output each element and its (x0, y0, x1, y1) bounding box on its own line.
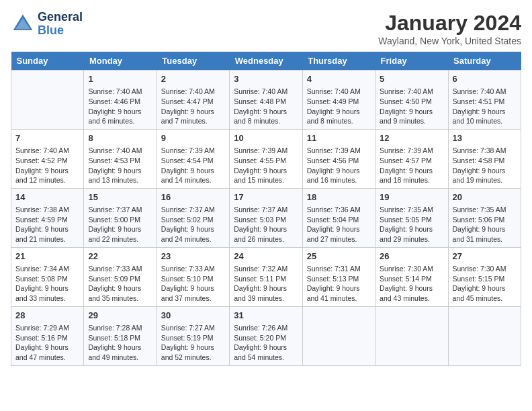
calendar-cell: 12Sunrise: 7:39 AMSunset: 4:57 PMDayligh… (375, 129, 448, 188)
date-number: 30 (161, 310, 225, 322)
calendar-cell: 17Sunrise: 7:37 AMSunset: 5:03 PMDayligh… (230, 188, 302, 247)
date-number: 15 (88, 191, 152, 203)
date-number: 24 (234, 250, 298, 263)
cell-info: Sunrise: 7:39 AMSunset: 4:57 PMDaylight:… (380, 146, 443, 185)
cell-info: Sunrise: 7:30 AMSunset: 5:15 PMDaylight:… (453, 264, 517, 304)
calendar-table: SundayMondayTuesdayWednesdayThursdayFrid… (11, 52, 521, 366)
date-number: 9 (161, 132, 225, 144)
day-header-sunday: Sunday (11, 52, 84, 71)
cell-info: Sunrise: 7:37 AMSunset: 5:02 PMDaylight:… (161, 205, 225, 244)
header-row: SundayMondayTuesdayWednesdayThursdayFrid… (11, 52, 521, 71)
calendar-cell: 15Sunrise: 7:37 AMSunset: 5:00 PMDayligh… (84, 188, 157, 247)
calendar-cell: 4Sunrise: 7:40 AMSunset: 4:49 PMDaylight… (302, 71, 375, 130)
calendar-cell: 29Sunrise: 7:28 AMSunset: 5:18 PMDayligh… (84, 306, 157, 365)
day-header-monday: Monday (84, 52, 157, 71)
calendar-cell: 20Sunrise: 7:35 AMSunset: 5:06 PMDayligh… (448, 188, 521, 247)
calendar-cell (11, 71, 84, 130)
page-header: General Blue January 2024 Wayland, New Y… (11, 11, 521, 46)
calendar-cell (448, 306, 521, 365)
calendar-cell: 5Sunrise: 7:40 AMSunset: 4:50 PMDaylight… (375, 71, 448, 130)
calendar-cell: 14Sunrise: 7:38 AMSunset: 4:59 PMDayligh… (11, 188, 84, 247)
logo: General Blue (11, 11, 83, 38)
date-number: 12 (380, 132, 443, 144)
location: Wayland, New York, United States (378, 36, 521, 46)
date-number: 11 (307, 132, 371, 144)
cell-info: Sunrise: 7:40 AMSunset: 4:52 PMDaylight:… (15, 146, 79, 185)
cell-info: Sunrise: 7:39 AMSunset: 4:55 PMDaylight:… (234, 146, 298, 185)
date-number: 25 (307, 250, 371, 263)
cell-info: Sunrise: 7:40 AMSunset: 4:49 PMDaylight:… (307, 87, 371, 126)
calendar-cell: 25Sunrise: 7:31 AMSunset: 5:13 PMDayligh… (302, 247, 375, 306)
date-number: 21 (15, 250, 79, 263)
cell-info: Sunrise: 7:28 AMSunset: 5:18 PMDaylight:… (88, 323, 152, 363)
date-number: 14 (15, 191, 79, 203)
day-header-tuesday: Tuesday (157, 52, 229, 71)
day-header-wednesday: Wednesday (230, 52, 302, 71)
logo-icon (11, 12, 35, 36)
cell-info: Sunrise: 7:35 AMSunset: 5:06 PMDaylight:… (453, 205, 517, 244)
calendar-cell: 7Sunrise: 7:40 AMSunset: 4:52 PMDaylight… (11, 129, 84, 188)
date-number: 5 (380, 73, 443, 85)
cell-info: Sunrise: 7:29 AMSunset: 5:16 PMDaylight:… (15, 323, 79, 363)
cell-info: Sunrise: 7:37 AMSunset: 5:03 PMDaylight:… (234, 205, 298, 244)
month-title: January 2024 (378, 11, 521, 36)
week-row-2: 7Sunrise: 7:40 AMSunset: 4:52 PMDaylight… (11, 129, 521, 188)
calendar-cell: 8Sunrise: 7:40 AMSunset: 4:53 PMDaylight… (84, 129, 157, 188)
date-number: 8 (88, 132, 152, 144)
calendar-cell: 13Sunrise: 7:38 AMSunset: 4:58 PMDayligh… (448, 129, 521, 188)
calendar-cell: 27Sunrise: 7:30 AMSunset: 5:15 PMDayligh… (448, 247, 521, 306)
cell-info: Sunrise: 7:35 AMSunset: 5:05 PMDaylight:… (380, 205, 443, 244)
cell-info: Sunrise: 7:30 AMSunset: 5:14 PMDaylight:… (380, 264, 443, 304)
week-row-4: 21Sunrise: 7:34 AMSunset: 5:08 PMDayligh… (11, 247, 521, 306)
cell-info: Sunrise: 7:40 AMSunset: 4:46 PMDaylight:… (88, 87, 152, 126)
cell-info: Sunrise: 7:39 AMSunset: 4:56 PMDaylight:… (307, 146, 371, 185)
cell-info: Sunrise: 7:40 AMSunset: 4:51 PMDaylight:… (453, 87, 517, 126)
calendar-cell: 30Sunrise: 7:27 AMSunset: 5:19 PMDayligh… (157, 306, 229, 365)
date-number: 27 (453, 250, 517, 263)
date-number: 22 (88, 250, 152, 263)
cell-info: Sunrise: 7:33 AMSunset: 5:10 PMDaylight:… (161, 264, 225, 304)
day-header-saturday: Saturday (448, 52, 521, 71)
date-number: 20 (453, 191, 517, 203)
date-number: 19 (380, 191, 443, 203)
calendar-cell: 6Sunrise: 7:40 AMSunset: 4:51 PMDaylight… (448, 71, 521, 130)
title-block: January 2024 Wayland, New York, United S… (378, 11, 521, 46)
cell-info: Sunrise: 7:37 AMSunset: 5:00 PMDaylight:… (88, 205, 152, 244)
date-number: 17 (234, 191, 298, 203)
calendar-cell: 31Sunrise: 7:26 AMSunset: 5:20 PMDayligh… (230, 306, 302, 365)
cell-info: Sunrise: 7:38 AMSunset: 4:59 PMDaylight:… (15, 205, 79, 244)
cell-info: Sunrise: 7:33 AMSunset: 5:09 PMDaylight:… (88, 264, 152, 304)
date-number: 1 (88, 73, 152, 85)
date-number: 23 (161, 250, 225, 263)
cell-info: Sunrise: 7:34 AMSunset: 5:08 PMDaylight:… (15, 264, 79, 304)
date-number: 7 (15, 132, 79, 144)
calendar-cell: 10Sunrise: 7:39 AMSunset: 4:55 PMDayligh… (230, 129, 302, 188)
calendar-cell: 21Sunrise: 7:34 AMSunset: 5:08 PMDayligh… (11, 247, 84, 306)
cell-info: Sunrise: 7:38 AMSunset: 4:58 PMDaylight:… (453, 146, 517, 185)
cell-info: Sunrise: 7:32 AMSunset: 5:11 PMDaylight:… (234, 264, 298, 304)
date-number: 4 (307, 73, 371, 85)
calendar-cell: 18Sunrise: 7:36 AMSunset: 5:04 PMDayligh… (302, 188, 375, 247)
calendar-cell: 9Sunrise: 7:39 AMSunset: 4:54 PMDaylight… (157, 129, 229, 188)
calendar-cell: 24Sunrise: 7:32 AMSunset: 5:11 PMDayligh… (230, 247, 302, 306)
calendar-cell (375, 306, 448, 365)
calendar-cell: 3Sunrise: 7:40 AMSunset: 4:48 PMDaylight… (230, 71, 302, 130)
date-number: 16 (161, 191, 225, 203)
date-number: 28 (15, 310, 79, 322)
calendar-cell: 19Sunrise: 7:35 AMSunset: 5:05 PMDayligh… (375, 188, 448, 247)
date-number: 26 (380, 250, 443, 263)
date-number: 29 (88, 310, 152, 322)
cell-info: Sunrise: 7:26 AMSunset: 5:20 PMDaylight:… (234, 323, 298, 363)
day-header-thursday: Thursday (302, 52, 375, 71)
cell-info: Sunrise: 7:40 AMSunset: 4:47 PMDaylight:… (161, 87, 225, 126)
calendar-cell: 23Sunrise: 7:33 AMSunset: 5:10 PMDayligh… (157, 247, 229, 306)
date-number: 3 (234, 73, 298, 85)
date-number: 18 (307, 191, 371, 203)
cell-info: Sunrise: 7:40 AMSunset: 4:53 PMDaylight:… (88, 146, 152, 185)
calendar-cell: 28Sunrise: 7:29 AMSunset: 5:16 PMDayligh… (11, 306, 84, 365)
date-number: 13 (453, 132, 517, 144)
cell-info: Sunrise: 7:40 AMSunset: 4:50 PMDaylight:… (380, 87, 443, 126)
calendar-cell: 26Sunrise: 7:30 AMSunset: 5:14 PMDayligh… (375, 247, 448, 306)
cell-info: Sunrise: 7:36 AMSunset: 5:04 PMDaylight:… (307, 205, 371, 244)
week-row-5: 28Sunrise: 7:29 AMSunset: 5:16 PMDayligh… (11, 306, 521, 365)
